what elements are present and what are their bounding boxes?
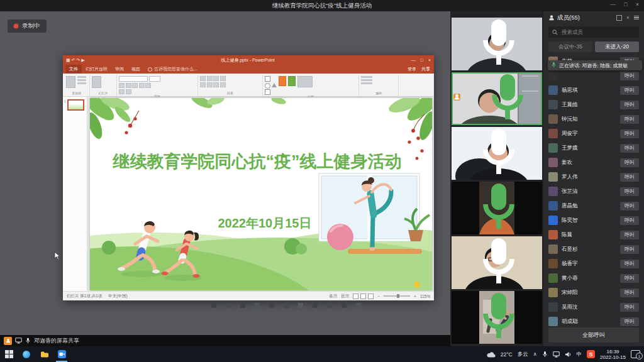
call-button[interactable]: 呼叫: [620, 274, 639, 283]
tab-not-joined[interactable]: 未进入-20: [595, 41, 639, 52]
meeting-app-icon[interactable]: [53, 346, 70, 362]
video-tile[interactable]: 杜朝辉: [452, 127, 542, 180]
taskbar-clock[interactable]: 16:39 2022-10-15: [600, 349, 626, 360]
member-name: 陈奕智: [562, 217, 616, 224]
call-button[interactable]: 呼叫: [620, 173, 639, 182]
member-row[interactable]: 黄小蓉呼叫: [548, 271, 639, 285]
weather-temp[interactable]: 22°C: [501, 351, 513, 358]
maximize-icon[interactable]: □: [624, 1, 627, 8]
ppt-notes-toggle: 备注: [329, 293, 337, 299]
popout-icon[interactable]: [616, 15, 622, 21]
call-button[interactable]: 呼叫: [620, 72, 639, 80]
close-icon[interactable]: ×: [636, 1, 639, 8]
avatar: [548, 187, 558, 196]
panel-menu-icon[interactable]: [634, 16, 639, 20]
member-row[interactable]: 周俊宇呼叫: [548, 126, 639, 141]
video-tile[interactable]: 邓迦香: [452, 72, 542, 125]
mouse-cursor: [54, 251, 60, 263]
member-name: 唐晶勉: [562, 202, 616, 210]
member-row[interactable]: 呼叫: [548, 69, 639, 83]
mic-icon: [462, 72, 542, 123]
call-button[interactable]: 呼叫: [620, 260, 639, 268]
call-button[interactable]: 呼叫: [620, 317, 639, 326]
member-row[interactable]: 杨思琪呼叫: [548, 83, 639, 97]
shared-taskbar-icon: [356, 303, 361, 308]
windows-taskbar: 22°C 多云 ∧ 中 S 16:39 2022-10-15 1: [0, 346, 644, 362]
tray-volume-icon[interactable]: [565, 349, 572, 360]
member-name: 罗人伟: [562, 173, 616, 181]
recording-indicator[interactable]: 录制中: [8, 19, 47, 33]
powerpoint-window: ▦ ↶ ↷ ▶ 线上健身.pptx - PowerPoint —□× 文件幻灯片…: [63, 55, 434, 300]
shared-taskbar-icon: [226, 303, 231, 308]
call-button[interactable]: 呼叫: [620, 115, 639, 124]
tray-display-icon[interactable]: [553, 349, 560, 360]
tray-expand-icon[interactable]: ∧: [533, 351, 537, 357]
member-row[interactable]: 胡成聪呼叫: [548, 314, 639, 326]
member-row[interactable]: 王晨皓呼叫: [548, 97, 639, 112]
member-row[interactable]: 吴雨汶呼叫: [548, 300, 639, 314]
video-tile[interactable]: 罗志强: [452, 18, 542, 70]
call-all-button[interactable]: 全部呼叫: [548, 327, 639, 343]
file-explorer-icon[interactable]: [35, 346, 53, 362]
member-name: 张芷清: [562, 188, 616, 195]
member-row[interactable]: 石昱杉呼叫: [548, 242, 639, 256]
member-row[interactable]: 唐晶勉呼叫: [548, 199, 639, 213]
mic-icon: [551, 62, 557, 69]
ppt-ribbon: 剪贴板幻灯片字体段落绘图编辑: [63, 74, 434, 97]
weather-cloud-icon[interactable]: [486, 349, 496, 360]
avatar: [548, 230, 558, 239]
member-row[interactable]: 宋焯阳呼叫: [548, 285, 639, 300]
ppt-quick-access-toolbar: ▦ ↶ ↷ ▶: [66, 55, 85, 65]
panel-close-icon[interactable]: ×: [626, 15, 630, 21]
minimize-icon[interactable]: —: [610, 1, 616, 8]
call-button[interactable]: 呼叫: [620, 288, 639, 297]
member-row[interactable]: 张芷清呼叫: [548, 184, 639, 199]
video-name-label: 杜朝辉: [453, 127, 542, 178]
call-button[interactable]: 呼叫: [620, 101, 639, 109]
member-row[interactable]: 杨香宇呼叫: [548, 256, 639, 271]
call-button[interactable]: 呼叫: [620, 144, 639, 153]
call-button[interactable]: 呼叫: [620, 158, 639, 167]
call-button[interactable]: 呼叫: [620, 129, 639, 138]
sogou-icon[interactable]: S: [587, 350, 595, 358]
avatar: [548, 288, 558, 297]
mic-icon: [453, 182, 542, 233]
notification-center-icon[interactable]: 1: [631, 350, 640, 358]
call-button[interactable]: 呼叫: [620, 86, 639, 95]
call-button[interactable]: 呼叫: [620, 216, 639, 225]
avatar: [548, 201, 558, 211]
member-name: 杨香宇: [562, 260, 616, 268]
mic-icon: [453, 127, 542, 178]
member-row[interactable]: 钟沅知呼叫: [548, 112, 639, 126]
start-button[interactable]: [0, 346, 18, 362]
ppt-tab: 文件: [65, 65, 82, 74]
tray-mic-icon[interactable]: [542, 349, 548, 360]
clock-time: 16:39: [607, 349, 619, 354]
member-row[interactable]: 陈晨呼叫: [548, 228, 639, 242]
browser-icon[interactable]: [18, 346, 35, 362]
slide-title: 继续教育学院同心抗“疫”线上健身活动: [112, 152, 401, 171]
member-row[interactable]: 王梦娥呼叫: [548, 141, 639, 155]
member-row[interactable]: 陈奕智呼叫: [548, 213, 639, 228]
member-row[interactable]: 姜欢呼叫: [548, 155, 639, 170]
weather-desc[interactable]: 多云: [518, 351, 528, 358]
ime-indicator[interactable]: 中: [577, 351, 582, 358]
video-tile[interactable]: 谢皓＠颜天长空: [452, 236, 542, 289]
call-button[interactable]: 呼叫: [620, 245, 639, 254]
member-name: 胡成聪: [562, 318, 616, 326]
member-row[interactable]: 罗人伟呼叫: [548, 170, 639, 184]
call-button[interactable]: 呼叫: [620, 187, 639, 196]
member-panel-title: 成员(55): [557, 14, 580, 22]
call-button[interactable]: 呼叫: [620, 231, 639, 239]
member-search-input[interactable]: [560, 28, 635, 36]
call-button[interactable]: 呼叫: [620, 303, 639, 312]
shared-taskbar-icon: [341, 303, 347, 308]
call-button[interactable]: 呼叫: [620, 202, 639, 211]
video-name-label: 邓迦香: [453, 72, 542, 123]
video-tile[interactable]: 成慧敏: [452, 291, 542, 344]
video-strip: 罗志强邓迦香杜朝辉陆薇谢皓＠颜天长空成慧敏: [450, 11, 543, 346]
member-search[interactable]: [548, 26, 639, 38]
monitor-icon: [15, 335, 22, 346]
video-tile[interactable]: 陆薇: [452, 182, 542, 234]
tab-in-meeting[interactable]: 会议中-35: [548, 41, 592, 52]
